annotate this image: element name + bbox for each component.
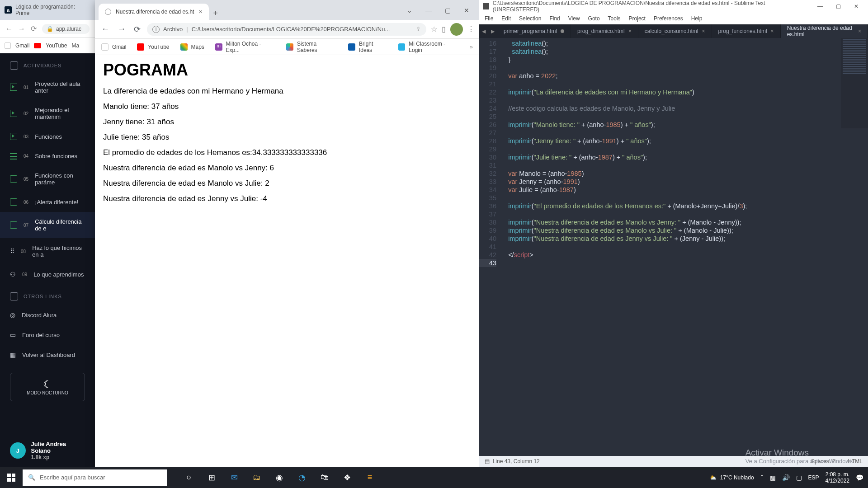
- minimize-icon[interactable]: —: [420, 4, 438, 17]
- menu-icon[interactable]: ⋮: [467, 25, 475, 33]
- close-tab-icon[interactable]: ×: [198, 8, 202, 15]
- close-tab-icon[interactable]: ×: [628, 28, 632, 34]
- close-tab-icon[interactable]: ×: [771, 28, 774, 34]
- notifications-icon[interactable]: 💬: [856, 474, 863, 481]
- maximize-icon[interactable]: ▢: [439, 4, 457, 17]
- status-position: Line 43, Column 12: [493, 458, 540, 465]
- editor-tab[interactable]: primer_programa.html: [497, 24, 571, 38]
- alura-browser-tab[interactable]: a Lógica de programación: Prime: [0, 0, 95, 20]
- nav-item-01[interactable]: 01Proyecto del aula anter: [0, 74, 95, 100]
- forward-icon[interactable]: →: [116, 23, 127, 36]
- menu-edit[interactable]: Edit: [498, 14, 514, 23]
- editor-tab[interactable]: prog_funciones.html×: [712, 24, 781, 38]
- close-icon[interactable]: ✕: [848, 1, 864, 11]
- nav-item-06[interactable]: 06¡Alerta diferente!: [0, 192, 95, 212]
- gmail-icon: [101, 43, 108, 51]
- bm-bright[interactable]: Bright Ideas: [348, 41, 387, 53]
- close-tab-icon[interactable]: ×: [858, 28, 861, 34]
- maximize-icon[interactable]: ▢: [830, 1, 846, 11]
- bm-maps[interactable]: Maps: [180, 43, 204, 51]
- chrome-tab[interactable]: Nuestra diferencia de edad es.ht ×: [99, 4, 209, 20]
- bm-milton[interactable]: mMilton Ochoa - Exp...: [215, 41, 275, 53]
- nav-item-09[interactable]: ⚇09Lo que aprendimos: [0, 264, 95, 284]
- lang-indicator[interactable]: ESP: [808, 474, 819, 481]
- link-forum[interactable]: ▭Foro del curso: [0, 325, 95, 345]
- bm-gmail[interactable]: Gmail: [101, 43, 126, 51]
- code-area[interactable]: saltarlinea(); saltarlinea(); } var anho…: [501, 38, 868, 458]
- info-icon[interactable]: i: [152, 26, 160, 33]
- bm-classroom[interactable]: Mi Classroom - Login: [398, 41, 459, 53]
- app-icon[interactable]: ❖: [336, 467, 358, 488]
- alura-url-bar[interactable]: 🔒 app.alurac: [42, 24, 90, 34]
- tab-nav-left-icon[interactable]: ◀: [479, 28, 488, 34]
- cortana-icon[interactable]: ○: [178, 467, 200, 488]
- nav-item-08[interactable]: ⠿08Haz lo que hicimos en a: [0, 238, 95, 264]
- link-discord[interactable]: ◎Discord Alura: [0, 305, 95, 325]
- weather-widget[interactable]: ⛅17°C Nublado: [710, 474, 754, 481]
- gmail-icon[interactable]: [5, 42, 11, 49]
- forward-icon[interactable]: →: [18, 25, 25, 33]
- edge-icon[interactable]: ◔: [291, 467, 313, 488]
- link-dashboard[interactable]: ▦Volver al Dashboard: [0, 345, 95, 365]
- editor-tab[interactable]: calculo_consumo.html×: [638, 24, 712, 38]
- editor-area[interactable]: 1617181920212223242526272829303132333435…: [479, 38, 868, 458]
- menu-preferences[interactable]: Preferences: [650, 14, 687, 23]
- nav-item-07[interactable]: 07Cálculo diferencia de e: [0, 212, 95, 238]
- chevron-right-icon[interactable]: »: [470, 44, 473, 50]
- minimize-icon[interactable]: —: [812, 1, 828, 11]
- status-doc-icon[interactable]: ▤: [485, 458, 490, 465]
- chevron-up-icon[interactable]: ˄: [760, 474, 764, 481]
- volume-icon[interactable]: 🔊: [782, 474, 790, 481]
- mail-icon[interactable]: ✉: [223, 467, 245, 488]
- new-tab-button[interactable]: +: [209, 6, 222, 20]
- nav-item-03[interactable]: 03Funciones: [0, 127, 95, 146]
- task-view-icon[interactable]: ⊞: [201, 467, 222, 488]
- nav-item-05[interactable]: 05Funciones con paráme: [0, 166, 95, 192]
- bm-youtube[interactable]: YouTube: [137, 43, 169, 51]
- chrome-taskbar-icon[interactable]: ◉: [269, 467, 290, 488]
- reload-icon[interactable]: ⟳: [132, 23, 142, 36]
- editor-tab-active[interactable]: Nuestra diferencia de edad es.html×: [781, 24, 868, 38]
- sublime-taskbar-icon[interactable]: ≡: [359, 467, 381, 488]
- store-icon[interactable]: 🛍: [314, 467, 335, 488]
- sublime-titlebar[interactable]: C:\Users\escritorio\Documents\LOGICA DE …: [479, 0, 868, 13]
- explorer-icon[interactable]: 🗂: [246, 467, 268, 488]
- minimap[interactable]: [841, 38, 868, 128]
- taskbar-search[interactable]: 🔍 Escribe aquí para buscar: [23, 469, 167, 486]
- menu-tools[interactable]: Tools: [604, 14, 624, 23]
- youtube-icon[interactable]: [34, 43, 41, 48]
- night-mode-toggle[interactable]: ☾ MODO NOCTURNO: [10, 373, 85, 401]
- panel-icon[interactable]: ▯: [442, 25, 446, 33]
- bm-saberes[interactable]: Sistema Saberes: [286, 41, 337, 53]
- menu-goto[interactable]: Goto: [585, 14, 604, 23]
- menu-file[interactable]: File: [481, 14, 497, 23]
- reload-icon[interactable]: ⟳: [31, 24, 37, 33]
- address-bar[interactable]: i Archivo | C:/Users/escritorio/Document…: [147, 23, 426, 36]
- chevron-down-icon[interactable]: ⌄: [401, 4, 419, 17]
- network-icon[interactable]: ▩: [770, 474, 776, 481]
- close-tab-icon[interactable]: ×: [702, 28, 705, 34]
- profile-avatar[interactable]: [450, 23, 463, 36]
- back-icon[interactable]: ←: [99, 23, 111, 36]
- star-icon[interactable]: ☆: [431, 25, 437, 33]
- nav-item-02[interactable]: 02Mejorando el mantenim: [0, 100, 95, 127]
- close-icon[interactable]: ✕: [458, 4, 476, 17]
- menu-help[interactable]: Help: [688, 14, 706, 23]
- clock[interactable]: 2:08 p. m. 4/12/2022: [826, 471, 849, 484]
- bm-youtube[interactable]: YouTube: [46, 42, 67, 49]
- nav-item-04[interactable]: 04Sobre funciones: [0, 146, 95, 166]
- menu-find[interactable]: Find: [546, 14, 563, 23]
- bm-gmail[interactable]: Gmail: [15, 42, 29, 49]
- battery-icon[interactable]: ▢: [796, 474, 802, 481]
- menu-project[interactable]: Project: [625, 14, 649, 23]
- bm-maps[interactable]: Ma: [72, 42, 80, 49]
- menu-selection[interactable]: Selection: [515, 14, 545, 23]
- menu-view[interactable]: View: [565, 14, 584, 23]
- youtube-icon: [137, 43, 144, 51]
- share-icon[interactable]: ⇪: [416, 26, 421, 33]
- start-button[interactable]: [0, 467, 23, 488]
- tab-nav-right-icon[interactable]: ▶: [488, 28, 497, 34]
- user-profile[interactable]: J Julie Andrea Solano 1.8k xp: [0, 434, 95, 467]
- editor-tab[interactable]: prog_dinamico.html×: [571, 24, 638, 38]
- back-icon[interactable]: ←: [5, 25, 13, 33]
